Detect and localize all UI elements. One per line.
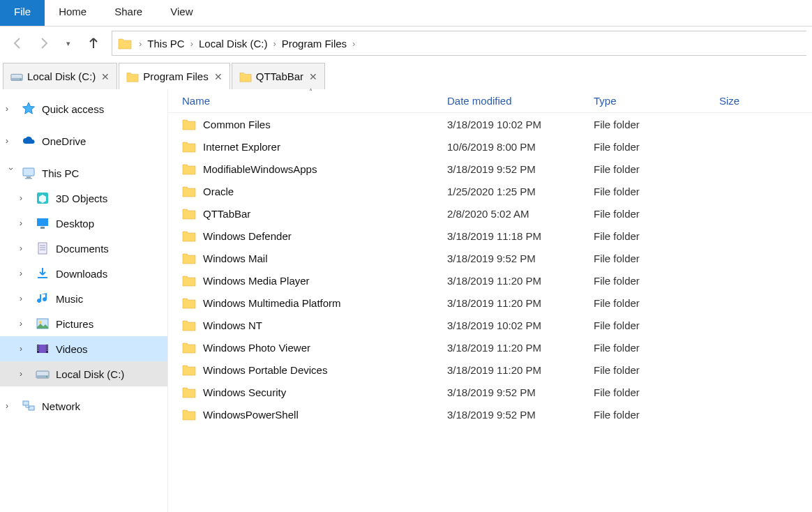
file-name: Windows Security — [203, 386, 447, 398]
file-type: File folder — [594, 386, 719, 398]
file-date: 3/18/2019 11:20 PM — [447, 364, 594, 376]
pc-icon — [21, 165, 36, 181]
up-button[interactable] — [84, 33, 103, 53]
chevron-right-icon[interactable]: › — [273, 38, 276, 49]
pictures-icon — [35, 316, 50, 331]
tree-item[interactable]: › Downloads — [0, 261, 167, 286]
folder-icon — [182, 385, 196, 399]
file-type: File folder — [594, 186, 719, 197]
ribbon-tab-home[interactable]: Home — [45, 0, 100, 26]
chevron-right-icon[interactable]: › — [20, 269, 31, 278]
tree-item[interactable]: › Local Disk (C:) — [0, 361, 167, 386]
back-button[interactable] — [8, 33, 28, 53]
navigation-pane: › Quick access › OneDrive › This PC › 3D… — [0, 89, 167, 512]
breadcrumb-item[interactable]: Program Files — [280, 35, 348, 52]
file-type: File folder — [594, 342, 719, 354]
file-row[interactable]: Windows Security 3/18/2019 9:52 PM File … — [168, 381, 812, 403]
file-date: 3/18/2019 11:20 PM — [447, 342, 594, 354]
tree-item[interactable]: › Desktop — [0, 211, 167, 236]
file-date: 3/18/2019 11:20 PM — [447, 297, 594, 309]
folder-icon — [126, 70, 139, 83]
folder-icon — [182, 318, 196, 332]
file-date: 3/18/2019 11:20 PM — [447, 275, 594, 287]
address-bar[interactable]: › This PC › Local Disk (C:) › Program Fi… — [112, 31, 806, 56]
tree-label: Pictures — [56, 318, 93, 330]
tab-close-button[interactable]: ✕ — [101, 71, 110, 82]
chevron-right-icon[interactable]: › — [6, 401, 17, 411]
file-row[interactable]: Windows Mail 3/18/2019 9:52 PM File fold… — [168, 247, 812, 269]
star-icon — [21, 101, 36, 116]
file-row[interactable]: Internet Explorer 10/6/2019 8:00 PM File… — [168, 135, 812, 158]
file-name: Windows Multimedia Platform — [203, 297, 447, 309]
tab-close-button[interactable]: ✕ — [214, 71, 223, 82]
file-row[interactable]: Windows Portable Devices 3/18/2019 11:20… — [168, 359, 812, 381]
file-date: 1/25/2020 1:25 PM — [447, 186, 594, 197]
tab-close-button[interactable]: ✕ — [309, 71, 317, 82]
column-header-date[interactable]: Date modified — [447, 95, 594, 107]
column-header-type[interactable]: Type — [594, 95, 719, 107]
tree-item[interactable]: › Pictures — [0, 311, 167, 336]
file-row[interactable]: ModifiableWindowsApps 3/18/2019 9:52 PM … — [168, 158, 812, 180]
file-date: 3/18/2019 10:02 PM — [447, 319, 594, 331]
downloads-icon — [35, 266, 50, 281]
column-header-name[interactable]: Name — [182, 95, 447, 107]
column-header-size[interactable]: Size — [719, 95, 812, 107]
folder-tab[interactable]: Local Disk (C:) ✕ — [3, 63, 117, 89]
drive-icon — [35, 366, 50, 382]
tree-item[interactable]: › Documents — [0, 236, 167, 261]
tree-item[interactable]: › 3D Objects — [0, 186, 167, 211]
file-type: File folder — [594, 409, 719, 421]
tree-label: OneDrive — [42, 135, 86, 147]
chevron-right-icon[interactable]: › — [20, 243, 31, 253]
folder-icon — [182, 206, 196, 220]
chevron-right-icon[interactable]: › — [20, 218, 31, 228]
tab-label: Local Disk (C:) — [27, 70, 96, 82]
forward-button[interactable] — [33, 33, 53, 53]
file-row[interactable]: Oracle 1/25/2020 1:25 PM File folder — [168, 180, 812, 202]
file-row[interactable]: Windows Media Player 3/18/2019 11:20 PM … — [168, 269, 812, 292]
tree-item[interactable]: › Music — [0, 286, 167, 311]
chevron-right-icon[interactable]: › — [190, 38, 193, 49]
tree-item-this-pc[interactable]: › This PC — [0, 160, 167, 186]
tree-item-onedrive[interactable]: › OneDrive — [0, 128, 167, 153]
tree-label: Network — [42, 400, 80, 412]
ribbon-tab-share[interactable]: Share — [100, 0, 156, 26]
chevron-right-icon[interactable]: › — [139, 38, 142, 49]
file-row[interactable]: QTTabBar 2/8/2020 5:02 AM File folder — [168, 202, 812, 225]
file-row[interactable]: Windows NT 3/18/2019 10:02 PM File folde… — [168, 314, 812, 336]
tree-label: Quick access — [42, 103, 104, 115]
chevron-right-icon[interactable]: › — [20, 319, 31, 329]
file-name: Windows Media Player — [203, 275, 447, 287]
file-row[interactable]: Windows Multimedia Platform 3/18/2019 11… — [168, 292, 812, 314]
chevron-right-icon[interactable]: › — [20, 344, 31, 354]
tree-item-quick-access[interactable]: › Quick access — [0, 96, 167, 121]
recent-locations-dropdown[interactable]: ▾ — [59, 33, 78, 53]
file-name: Common Files — [203, 119, 447, 130]
network-icon — [21, 398, 36, 414]
ribbon-tab-view[interactable]: View — [156, 0, 206, 26]
navigation-bar: ▾ › This PC › Local Disk (C:) › Program … — [0, 27, 812, 60]
chevron-right-icon[interactable]: › — [20, 193, 31, 203]
folder-icon — [182, 229, 196, 243]
chevron-down-icon[interactable]: › — [6, 167, 16, 179]
file-row[interactable]: Windows Photo Viewer 3/18/2019 11:20 PM … — [168, 336, 812, 359]
chevron-right-icon[interactable]: › — [20, 369, 31, 379]
file-name: Windows NT — [203, 319, 447, 331]
file-row[interactable]: Common Files 3/18/2019 10:02 PM File fol… — [168, 113, 812, 135]
folder-tab[interactable]: Program Files ✕ — [119, 63, 230, 89]
chevron-right-icon[interactable]: › — [20, 294, 31, 303]
breadcrumb-item[interactable]: Local Disk (C:) — [197, 35, 269, 52]
ribbon-tab-file[interactable]: File — [0, 0, 45, 26]
chevron-right-icon[interactable]: › — [352, 38, 355, 49]
breadcrumb-item[interactable]: This PC — [146, 35, 186, 52]
tree-item[interactable]: › Videos — [0, 336, 167, 361]
desktop-icon — [35, 216, 50, 231]
file-row[interactable]: Windows Defender 3/18/2019 11:18 PM File… — [168, 225, 812, 247]
folder-tab[interactable]: QTTabBar ✕ — [232, 63, 325, 89]
chevron-right-icon[interactable]: › — [6, 104, 17, 114]
tree-item-network[interactable]: › Network — [0, 393, 167, 419]
chevron-right-icon[interactable]: › — [6, 136, 17, 146]
file-row[interactable]: WindowsPowerShell 3/18/2019 9:52 PM File… — [168, 403, 812, 426]
tree-label: Desktop — [56, 218, 94, 229]
folder-icon — [118, 36, 132, 50]
